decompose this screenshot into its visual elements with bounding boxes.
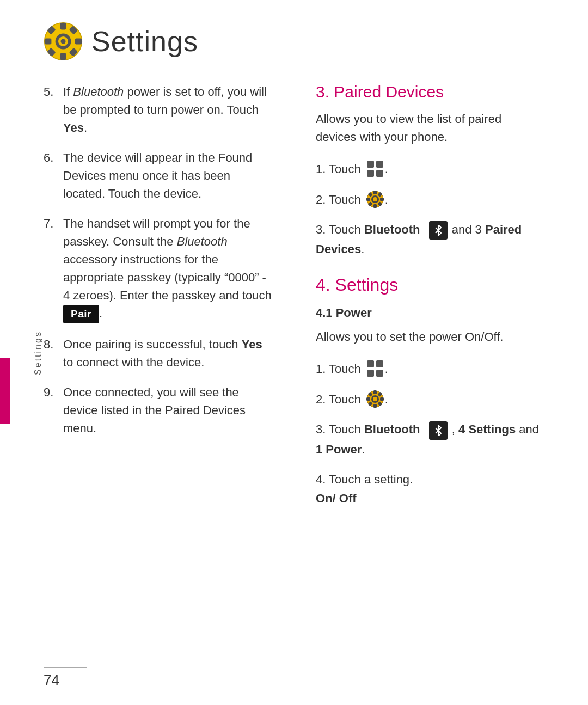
step1-label: 1. Touch [316,160,361,178]
section41-step2: 2. Touch [316,389,544,409]
section41-step4: 4. Touch a setting.On/ Off [316,470,544,508]
section3-description: Allows you to view the list of paired de… [316,110,544,146]
bluetooth-icon-s3 [429,221,448,240]
apps-grid-icon-s3-1 [365,159,385,179]
sidebar-label: Settings [33,315,43,391]
item-9-num: 9. [44,383,53,401]
item-6-num: 6. [44,149,53,167]
svg-rect-35 [380,397,384,401]
section41-step1: 1. Touch . [316,359,544,378]
svg-rect-12 [367,161,374,168]
step41-3-prefix: 3. Touch Bluetooth [316,422,420,436]
svg-rect-3 [45,39,52,45]
section41-description: Allows you to set the power On/Off. [316,328,544,346]
step41-2-label: 2. Touch [316,390,361,408]
svg-rect-14 [367,170,374,177]
svg-rect-19 [366,198,370,201]
svg-rect-15 [376,170,383,177]
list-item-7: 7. The handset will prompt you for the p… [44,214,272,323]
step2-label: 2. Touch [316,191,361,209]
svg-rect-28 [376,360,383,367]
bluetooth-italic-5: Bluetooth [73,85,124,99]
step41-2-dot: . [385,390,388,408]
section3-step3: 3. Touch Bluetooth and 3 Paired Devices. [316,220,544,259]
svg-rect-29 [367,370,374,377]
svg-point-41 [373,397,377,401]
svg-rect-27 [367,360,374,367]
svg-rect-1 [60,23,66,30]
svg-rect-30 [376,370,383,377]
page-number: 74 [44,672,59,689]
step2-dot: . [385,191,388,209]
page-header: Settings [0,0,588,77]
svg-point-26 [373,197,377,201]
svg-rect-2 [60,53,66,60]
svg-rect-33 [373,404,377,408]
step3-bluetooth-bold: Bluetooth [364,223,420,236]
item-8-num: 8. [44,335,53,353]
section41-title: 4.1 Power [316,306,544,320]
right-column: 3. Paired Devices Allows you to view the… [305,83,544,519]
settings-gear-icon [44,22,83,61]
step41-1-label: 1. Touch [316,360,361,378]
bluetooth-italic-7: Bluetooth [177,235,228,248]
svg-rect-32 [373,390,377,394]
bluetooth-icon-s41 [429,421,448,440]
page-divider [44,667,87,668]
apps-grid-icon-s41-1 [365,359,385,378]
step1-dot: . [385,160,388,178]
section4-title: 4. Settings [316,275,544,295]
main-content: 5. If Bluetooth power is set to off, you… [0,77,588,551]
step41-1-dot: . [385,360,388,378]
left-list: 5. If Bluetooth power is set to off, you… [44,83,272,437]
section3-step1: 1. Touch . [316,159,544,179]
svg-rect-17 [373,191,377,194]
section41-step3: 3. Touch Bluetooth , 4 Settings and 1 Po… [316,420,544,458]
step41-3-bluetooth-bold: Bluetooth [364,422,420,436]
yes-bold-5: Yes [63,121,84,134]
step3-prefix: 3. Touch Bluetooth [316,223,420,236]
svg-rect-18 [373,204,377,208]
settings-bold: 4 Settings [458,422,516,436]
sidebar-accent-bar [0,358,10,424]
section3-title: 3. Paired Devices [316,83,544,101]
pair-button-label: Pair [63,305,99,324]
yes-bold-8: Yes [242,338,262,351]
section3-step2: 2. Touch [316,189,544,209]
page-container: Settings [0,0,588,705]
list-item-9: 9. Once connected, you will see the devi… [44,383,272,437]
svg-rect-13 [376,161,383,168]
settings-cog-icon-s41-2 [365,389,385,409]
svg-point-11 [61,39,66,44]
item-5-num: 5. [44,83,53,101]
list-item-6: 6. The device will appear in the Found D… [44,149,272,203]
svg-rect-20 [380,198,384,201]
svg-rect-4 [75,39,82,45]
item-7-num: 7. [44,214,53,232]
left-column: 5. If Bluetooth power is set to off, you… [44,83,283,519]
settings-cog-icon-s3-2 [365,189,385,209]
on-off-bold: On/ Off [316,492,357,505]
svg-rect-34 [366,397,370,401]
power-bold: 1 Power [316,443,362,456]
page-title: Settings [91,25,198,58]
list-item-8: 8. Once pairing is successful, touch Yes… [44,335,272,371]
list-item-5: 5. If Bluetooth power is set to off, you… [44,83,272,137]
step41-4-label: 4. Touch a setting.On/ Off [316,473,413,505]
